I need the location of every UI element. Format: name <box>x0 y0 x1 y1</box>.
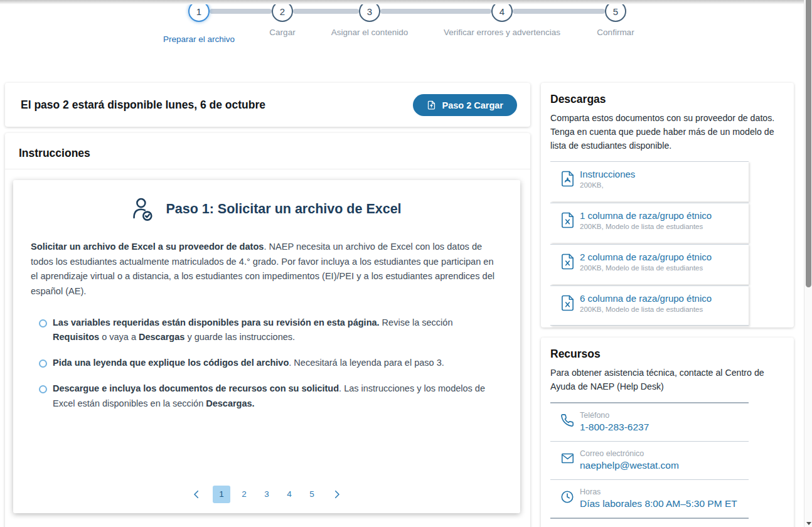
email-link[interactable]: naephelp@westat.com <box>580 460 746 471</box>
paso-2-cargar-label: Paso 2 Cargar <box>442 100 503 110</box>
download-meta: 200KB, <box>580 181 744 189</box>
page-button-2[interactable]: 2 <box>235 486 253 503</box>
excel-file-icon <box>560 253 575 270</box>
page-button-4[interactable]: 4 <box>280 486 298 503</box>
clock-icon <box>560 490 574 504</box>
vertical-scrollbar[interactable] <box>804 0 812 527</box>
hours-value: Días laborales 8:00 AM–5:30 PM ET <box>580 498 746 509</box>
instructions-panel: Instrucciones Paso 1: Solicitar un archi… <box>5 133 530 527</box>
page-button-1[interactable]: 1 <box>213 486 230 503</box>
downloads-panel: Descargas Comparta estos documentos con … <box>541 83 794 327</box>
step-label-preparar[interactable]: Preparar el archivo <box>163 35 235 44</box>
contact-label: Horas <box>580 487 746 496</box>
resources-panel: Recursos Para obtener asistencia técnica… <box>541 338 794 527</box>
person-check-icon <box>132 198 153 221</box>
top-scroll-shadow <box>0 0 812 4</box>
bullet-item: Descargue e incluya los documentos de re… <box>53 381 495 412</box>
page-button-3[interactable]: 3 <box>258 486 275 503</box>
pagination: 1 2 3 4 5 <box>13 486 520 503</box>
upload-file-icon <box>427 100 436 110</box>
contact-label: Teléfono <box>580 411 746 420</box>
contact-row-email: Correo electrónico naephelp@westat.com <box>550 442 749 480</box>
contact-label: Correo electrónico <box>580 449 746 458</box>
contact-row-phone: Teléfono 1-800-283-6237 <box>550 403 749 442</box>
step-label-confirmar[interactable]: Confirmar <box>597 28 634 37</box>
download-meta: 200KB, Modelo de lista de estudiantes <box>580 223 744 230</box>
step2-availability-banner: El paso 2 estará disponible lunes, 6 de … <box>5 83 530 127</box>
download-meta: 200KB, Modelo de lista de estudiantes <box>580 264 744 272</box>
step1-heading: Paso 1: Solicitar un archivo de Excel <box>13 180 520 221</box>
contact-row-hours: Horas Días laborales 8:00 AM–5:30 PM ET <box>550 480 749 519</box>
instructions-title: Instrucciones <box>19 147 516 160</box>
step-connector <box>293 9 359 14</box>
download-item-1-columna[interactable]: 1 columna de raza/grupo étnico 200KB, Mo… <box>550 203 749 243</box>
resources-description: Para obtener asistencia técnica, contact… <box>550 366 784 393</box>
step-connector <box>380 9 491 14</box>
download-link-label[interactable]: 2 columna de raza/grupo étnico <box>580 252 744 262</box>
chevron-left-icon[interactable] <box>189 486 204 503</box>
downloads-title: Descargas <box>550 93 784 106</box>
download-link-label[interactable]: 1 columna de raza/grupo étnico <box>580 210 744 221</box>
page-button-5[interactable]: 5 <box>303 486 321 503</box>
download-link-label[interactable]: Instrucciones <box>580 169 744 179</box>
step1-bullet-list: Las variables requeridas están disponibl… <box>13 316 520 412</box>
downloads-list: Instrucciones 200KB, 1 columna de raza/g… <box>550 161 749 326</box>
downloads-description: Comparta estos documentos con su proveed… <box>550 111 784 152</box>
excel-file-icon <box>560 212 575 228</box>
step-label-verificar[interactable]: Verificar errores y advertencias <box>444 28 560 37</box>
download-item-2-columna[interactable]: 2 columna de raza/grupo étnico 200KB, Mo… <box>550 244 749 284</box>
step-label-asignar[interactable]: Asignar el contenido <box>331 28 408 37</box>
instructions-header: Instrucciones <box>5 133 530 169</box>
scrollbar-down-arrow-icon[interactable] <box>806 522 811 525</box>
step1-intro-paragraph: Solicitar un archivo de Excel a su prove… <box>13 221 520 299</box>
download-link-label[interactable]: 6 columna de raza/grupo étnico <box>580 293 744 304</box>
step1-card: Paso 1: Solicitar un archivo de Excel So… <box>13 180 520 513</box>
bullet-item: Pida una leyenda que explique los código… <box>53 356 495 371</box>
step-connector <box>513 9 605 14</box>
step1-title: Paso 1: Solicitar un archivo de Excel <box>166 201 401 217</box>
excel-file-icon <box>560 295 575 311</box>
chevron-right-icon[interactable] <box>329 486 345 503</box>
step-label-cargar[interactable]: Cargar <box>269 28 295 37</box>
download-item-6-columna[interactable]: 6 columna de raza/grupo étnico 200KB, Mo… <box>550 285 749 326</box>
pdf-file-icon <box>560 171 575 187</box>
download-meta: 200KB, Modelo de lista de estudiantes <box>580 306 744 313</box>
bullet-item: Las variables requeridas están disponibl… <box>53 316 495 346</box>
email-icon <box>560 452 575 465</box>
paso-2-cargar-button[interactable]: Paso 2 Cargar <box>413 94 517 116</box>
wizard-stepper: 1 2 3 4 5 Preparar el archivo Cargar Asi… <box>0 0 812 47</box>
phone-icon <box>560 413 574 427</box>
step-connector <box>210 9 272 14</box>
resources-title: Recursos <box>550 348 784 361</box>
banner-title: El paso 2 estará disponible lunes, 6 de … <box>21 98 265 112</box>
resources-contact-list: Teléfono 1-800-283-6237 Correo electróni… <box>550 402 749 519</box>
phone-number-link[interactable]: 1-800-283-6237 <box>580 422 746 433</box>
scrollbar-thumb[interactable] <box>806 0 811 287</box>
download-item-instrucciones[interactable]: Instrucciones 200KB, <box>550 161 749 201</box>
